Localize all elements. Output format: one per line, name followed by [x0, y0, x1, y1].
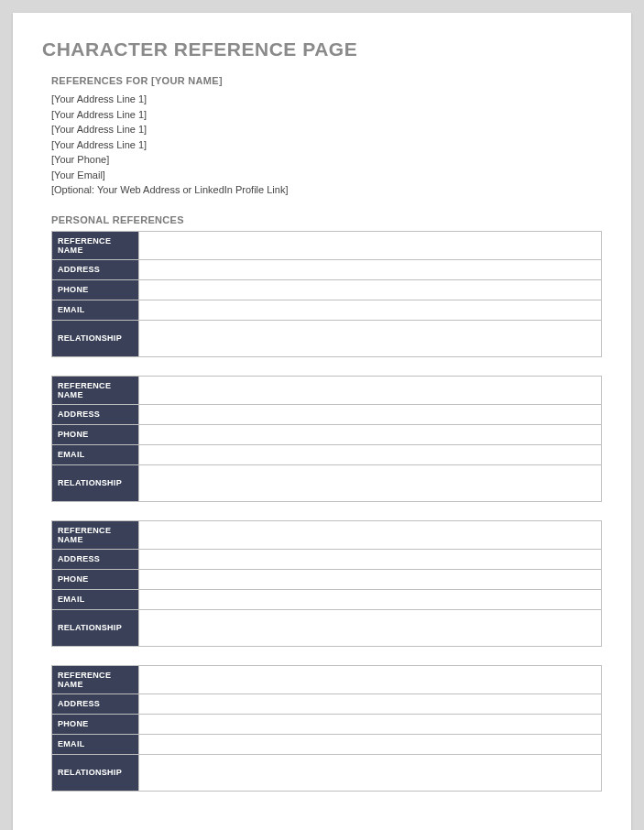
contact-info-block: [Your Address Line 1] [Your Address Line…: [51, 92, 602, 198]
reference-email-label: EMAIL: [52, 734, 139, 754]
contact-address-3: [Your Address Line 1]: [51, 122, 602, 137]
reference-name-label: REFERENCE NAME: [52, 376, 139, 404]
reference-relationship-label: RELATIONSHIP: [52, 609, 139, 646]
reference-relationship-label: RELATIONSHIP: [52, 464, 139, 501]
reference-email-field[interactable]: [139, 734, 602, 754]
contact-address-4: [Your Address Line 1]: [51, 137, 602, 153]
reference-name-field[interactable]: [139, 665, 602, 693]
reference-address-field[interactable]: [139, 549, 602, 569]
reference-email-field[interactable]: [139, 589, 602, 609]
reference-email-label: EMAIL: [52, 589, 139, 609]
reference-address-label: ADDRESS: [52, 259, 139, 279]
reference-email-field[interactable]: [139, 444, 602, 464]
reference-phone-label: PHONE: [52, 424, 139, 444]
reference-table-4: REFERENCE NAME ADDRESS PHONE EMAIL RELAT…: [51, 665, 602, 792]
reference-relationship-field[interactable]: [139, 320, 602, 356]
reference-address-field[interactable]: [139, 259, 602, 279]
reference-email-label: EMAIL: [52, 444, 139, 464]
reference-phone-field[interactable]: [139, 569, 602, 589]
reference-name-field[interactable]: [139, 520, 602, 549]
page-title: CHARACTER REFERENCE PAGE: [42, 38, 602, 60]
reference-address-label: ADDRESS: [52, 404, 139, 424]
contact-address-2: [Your Address Line 1]: [51, 107, 602, 123]
reference-address-label: ADDRESS: [52, 549, 139, 569]
reference-phone-field[interactable]: [139, 714, 602, 734]
contact-address-1: [Your Address Line 1]: [51, 92, 602, 107]
reference-email-field[interactable]: [139, 300, 602, 320]
reference-relationship-field[interactable]: [139, 754, 602, 791]
document-page: CHARACTER REFERENCE PAGE REFERENCES FOR …: [13, 13, 631, 830]
contact-phone: [Your Phone]: [51, 152, 602, 168]
personal-references-heading: PERSONAL REFERENCES: [51, 214, 602, 225]
reference-address-field[interactable]: [139, 693, 602, 714]
contact-email: [Your Email]: [51, 168, 602, 183]
reference-phone-label: PHONE: [52, 714, 139, 734]
reference-table-3: REFERENCE NAME ADDRESS PHONE EMAIL RELAT…: [51, 520, 602, 647]
reference-phone-field[interactable]: [139, 424, 602, 444]
reference-table-1: REFERENCE NAME ADDRESS PHONE EMAIL RELAT…: [51, 231, 602, 357]
contact-web: [Optional: Your Web Address or LinkedIn …: [51, 182, 602, 198]
references-for-heading: REFERENCES FOR [YOUR NAME]: [51, 75, 602, 86]
reference-table-2: REFERENCE NAME ADDRESS PHONE EMAIL RELAT…: [51, 376, 602, 502]
reference-name-label: REFERENCE NAME: [52, 231, 139, 259]
reference-name-field[interactable]: [139, 231, 602, 259]
reference-phone-field[interactable]: [139, 279, 602, 300]
reference-phone-label: PHONE: [52, 279, 139, 300]
reference-relationship-field[interactable]: [139, 464, 602, 501]
reference-relationship-label: RELATIONSHIP: [52, 754, 139, 791]
reference-name-field[interactable]: [139, 376, 602, 404]
reference-name-label: REFERENCE NAME: [52, 520, 139, 549]
reference-relationship-field[interactable]: [139, 609, 602, 646]
reference-phone-label: PHONE: [52, 569, 139, 589]
reference-address-field[interactable]: [139, 404, 602, 424]
reference-name-label: REFERENCE NAME: [52, 665, 139, 693]
reference-email-label: EMAIL: [52, 300, 139, 320]
reference-address-label: ADDRESS: [52, 693, 139, 714]
references-container: REFERENCE NAME ADDRESS PHONE EMAIL RELAT…: [51, 231, 602, 792]
reference-relationship-label: RELATIONSHIP: [52, 320, 139, 356]
